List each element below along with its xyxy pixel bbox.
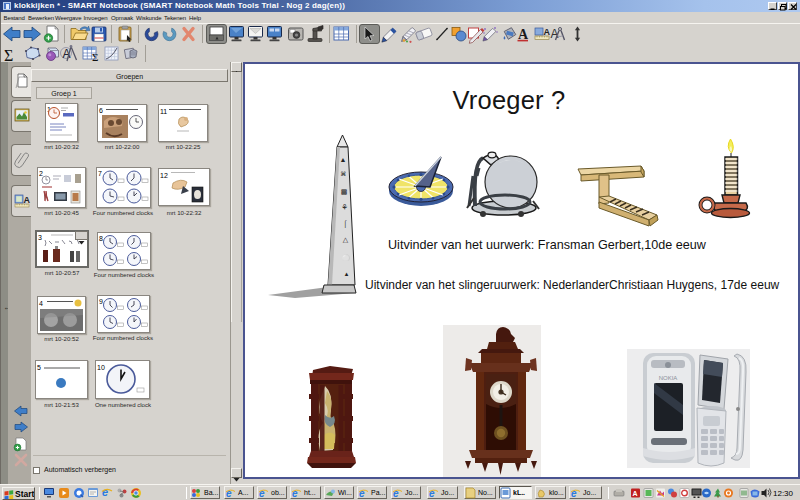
svg-text:3: 3: [38, 234, 42, 241]
svg-text:9: 9: [99, 298, 103, 305]
svg-text:2: 2: [39, 170, 43, 177]
svg-text:10: 10: [97, 364, 105, 371]
svg-text:A: A: [633, 490, 638, 497]
svg-text:Uitvinder van het uurwerk: Fra: Uitvinder van het uurwerk: Fransman Gerb…: [388, 238, 707, 252]
svg-text:△: △: [343, 236, 349, 244]
svg-text:Vroeger ?: Vroeger ?: [453, 86, 566, 114]
svg-text:▴: ▴: [345, 270, 349, 278]
svg-text:⚘: ⚘: [341, 203, 348, 212]
svg-text:A: A: [518, 27, 529, 42]
svg-text:⌘: ⌘: [341, 171, 347, 177]
svg-text:▲: ▲: [340, 156, 347, 164]
svg-text:⚪: ⚪: [342, 254, 350, 262]
svg-text:NOKIA: NOKIA: [659, 375, 678, 381]
svg-text:A: A: [544, 27, 551, 37]
svg-text:▩: ▩: [341, 188, 348, 196]
svg-text:7: 7: [98, 170, 102, 177]
svg-text:Start: Start: [15, 489, 34, 499]
svg-text:5: 5: [37, 364, 41, 371]
svg-text:e: e: [102, 486, 108, 498]
svg-text:12:30: 12:30: [773, 489, 794, 498]
svg-text:11: 11: [160, 108, 167, 115]
svg-text:12: 12: [160, 172, 168, 179]
svg-text:8: 8: [99, 235, 103, 242]
svg-text:Uitvinder van het slingeruurwe: Uitvinder van het slingeruurwerk: Nederl…: [365, 278, 780, 292]
svg-text:Σ: Σ: [4, 47, 13, 64]
svg-text:6: 6: [99, 107, 103, 114]
svg-text:⌠: ⌠: [343, 220, 347, 229]
svg-text:4: 4: [39, 300, 43, 307]
